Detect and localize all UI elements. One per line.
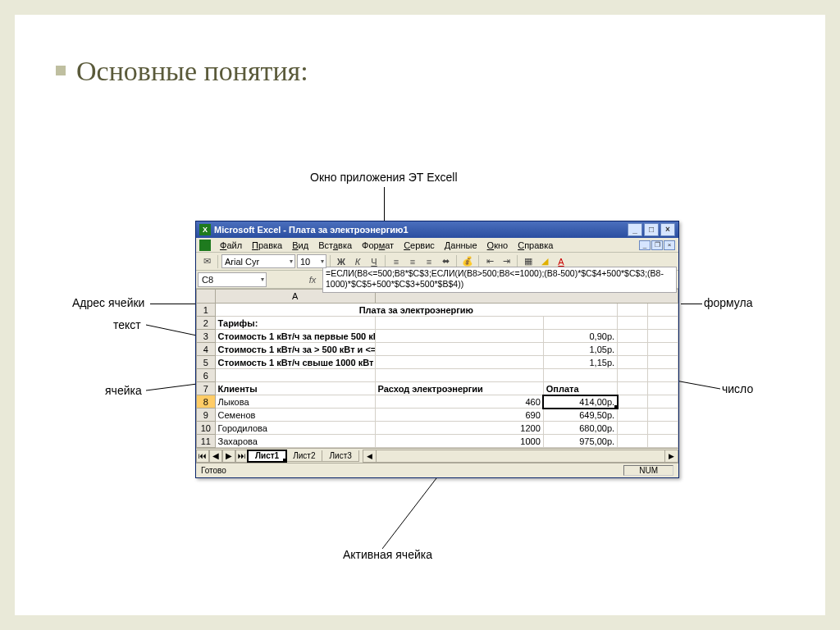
tab-nav-last[interactable]: ⏭: [235, 450, 249, 463]
cell[interactable]: Оплата: [543, 382, 617, 395]
cell[interactable]: 1,05р.: [543, 343, 617, 356]
cell[interactable]: [618, 435, 648, 448]
row-header[interactable]: 9: [197, 409, 216, 422]
cell[interactable]: Стоимость 1 кВт/ч за первые 500 кВт: [215, 330, 375, 343]
maximize-button[interactable]: □: [644, 223, 659, 236]
row-header[interactable]: 7: [197, 382, 216, 395]
scroll-right-button[interactable]: ▶: [664, 450, 678, 462]
cell[interactable]: [618, 382, 648, 395]
cell[interactable]: [648, 409, 678, 422]
cell[interactable]: [648, 343, 678, 356]
menu-window[interactable]: Окно: [483, 240, 513, 251]
menu-service[interactable]: Сервис: [399, 240, 439, 251]
select-all-corner[interactable]: [197, 290, 216, 304]
cell[interactable]: Семенов: [215, 409, 375, 422]
close-button[interactable]: ×: [660, 223, 675, 236]
cell[interactable]: 1200: [375, 422, 543, 435]
row-header[interactable]: 4: [197, 343, 216, 356]
cell[interactable]: [215, 369, 375, 382]
menu-view[interactable]: Вид: [288, 240, 313, 251]
cell[interactable]: Городилова: [215, 422, 375, 435]
sheet-tab-2[interactable]: Лист2: [285, 450, 322, 462]
cell[interactable]: [375, 369, 543, 382]
row-header[interactable]: 10: [197, 422, 216, 435]
mail-icon[interactable]: ✉: [199, 254, 214, 269]
cell[interactable]: 680,00р.: [543, 422, 617, 435]
cell[interactable]: [375, 356, 543, 369]
cell[interactable]: [375, 330, 543, 343]
minimize-button[interactable]: _: [628, 223, 642, 236]
doc-restore-button[interactable]: ❐: [651, 240, 663, 250]
sheet-tab-1[interactable]: Лист1: [248, 450, 286, 462]
formula-bar[interactable]: =ЕСЛИ(B8<=500;B8*$C$3;ЕСЛИ(И(B8>500;B8<=…: [322, 267, 677, 293]
menu-data[interactable]: Данные: [441, 240, 482, 251]
cell[interactable]: 414,00р.: [543, 395, 617, 409]
name-box[interactable]: C8: [198, 272, 267, 287]
cell[interactable]: Плата за электроэнергию: [215, 304, 618, 317]
row-header[interactable]: 11: [197, 435, 216, 448]
cell[interactable]: Захарова: [215, 435, 375, 448]
cell[interactable]: [648, 422, 678, 435]
cell[interactable]: Стоимость 1 кВт/ч свыше 1000 кВт: [215, 356, 375, 369]
row-header[interactable]: 6: [197, 369, 216, 382]
sheet-tab-3[interactable]: Лист3: [322, 450, 358, 462]
scroll-left-button[interactable]: ◀: [363, 450, 377, 462]
menubar: Файл Правка Вид Вставка Формат Сервис Да…: [196, 238, 678, 253]
cell[interactable]: [648, 382, 678, 395]
cell[interactable]: 649,50р.: [543, 409, 617, 422]
row-header[interactable]: 1: [197, 304, 216, 317]
cell[interactable]: [648, 317, 678, 330]
row-header[interactable]: 3: [197, 330, 216, 343]
cell[interactable]: Тарифы:: [215, 317, 375, 330]
cell[interactable]: [618, 356, 648, 369]
row-header[interactable]: 2: [197, 317, 216, 330]
cell[interactable]: [375, 317, 543, 330]
callout-line: [384, 187, 385, 221]
menu-file[interactable]: Файл: [216, 240, 246, 251]
cell[interactable]: [543, 369, 617, 382]
cell[interactable]: Клиенты: [215, 382, 375, 395]
cell[interactable]: [618, 369, 648, 382]
cell[interactable]: Стоимость 1 кВт/ч за > 500 кВт и <=1000 …: [215, 343, 375, 356]
cell[interactable]: Расход электроэнергии: [375, 382, 543, 395]
horizontal-scrollbar[interactable]: ◀ ▶: [363, 450, 678, 463]
cell[interactable]: [618, 304, 648, 317]
cell[interactable]: [618, 395, 648, 409]
menu-format[interactable]: Формат: [358, 240, 398, 251]
cell[interactable]: [648, 435, 678, 448]
cell[interactable]: [648, 356, 678, 369]
tab-nav-first[interactable]: ⏮: [196, 450, 209, 463]
cell[interactable]: [648, 330, 678, 343]
cell[interactable]: 1000: [375, 435, 543, 448]
row-header[interactable]: 5: [197, 356, 216, 369]
cell[interactable]: 1,15р.: [543, 356, 617, 369]
tab-nav-prev[interactable]: ◀: [209, 450, 222, 463]
cell[interactable]: [543, 317, 617, 330]
cell[interactable]: [618, 330, 648, 343]
cell[interactable]: 0,90р.: [543, 330, 617, 343]
cell[interactable]: [618, 409, 648, 422]
menu-help[interactable]: Справка: [514, 240, 557, 251]
doc-close-button[interactable]: ×: [664, 240, 675, 250]
cell[interactable]: Лыкова: [215, 395, 375, 409]
row-header[interactable]: 8: [197, 395, 216, 409]
cell[interactable]: [648, 395, 678, 409]
cell[interactable]: 460: [375, 395, 543, 409]
cell[interactable]: [648, 369, 678, 382]
cell[interactable]: 690: [375, 409, 543, 422]
cell[interactable]: 975,00р.: [543, 435, 617, 448]
spreadsheet-grid[interactable]: A 1Плата за электроэнергию2Тарифы:3Стоим…: [196, 289, 678, 448]
cell[interactable]: [618, 317, 648, 330]
cell[interactable]: [618, 422, 648, 435]
titlebar[interactable]: X Microsoft Excel - Плата за электроэнер…: [196, 221, 678, 238]
font-size-select[interactable]: 10: [297, 254, 326, 268]
font-name-select[interactable]: Arial Cyr: [221, 254, 295, 268]
menu-edit[interactable]: Правка: [248, 240, 286, 251]
doc-minimize-button[interactable]: _: [639, 240, 651, 250]
cell[interactable]: [648, 304, 678, 317]
fx-icon[interactable]: fx: [303, 275, 322, 285]
tab-nav-next[interactable]: ▶: [222, 450, 235, 463]
cell[interactable]: [618, 343, 648, 356]
menu-insert[interactable]: Вставка: [314, 240, 356, 251]
cell[interactable]: [375, 343, 543, 356]
